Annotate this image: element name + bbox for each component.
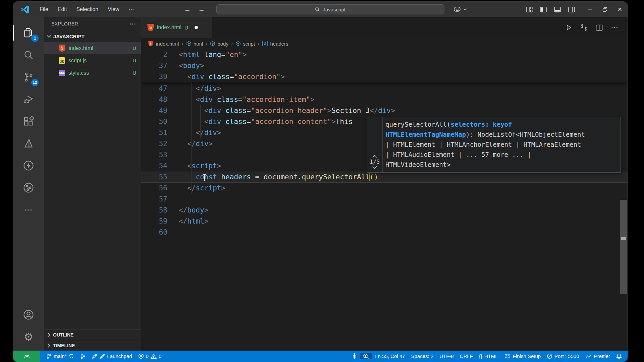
settings-gear-icon[interactable]: ⚙ <box>18 326 39 348</box>
indentation-item[interactable]: Spaces: 2 <box>408 353 436 359</box>
copilot-status-item[interactable]: Finish Setup <box>501 353 544 359</box>
command-center-search[interactable]: Javascript <box>216 4 444 14</box>
live-server-port-item[interactable]: Port : 5500 <box>544 353 582 359</box>
ellipsis-icon: ⋯ <box>24 205 33 215</box>
code-line-57[interactable]: 57 <box>141 194 628 205</box>
js-file-icon: JS <box>59 57 65 64</box>
code-line-37[interactable]: 37<body> <box>141 60 628 71</box>
account-icon[interactable] <box>18 304 39 326</box>
code-line-47[interactable]: 47 </div> <box>141 83 628 94</box>
hint-next-icon[interactable] <box>372 166 377 169</box>
code-line-2[interactable]: 2<html lang="en"> <box>141 49 628 60</box>
breadcrumb-file[interactable]: 5 index.html <box>147 40 179 47</box>
close-button[interactable]: ✕ <box>618 6 622 13</box>
workspace-folder[interactable]: JAVASCRIPT <box>44 31 141 42</box>
parameter-hints-popup: 1/5 querySelectorAll(selectors: keyofHTM… <box>367 117 621 173</box>
explorer-sidebar: EXPLORER ⋯ JAVASCRIPT 5 index.html U JS … <box>44 17 141 351</box>
minimize-button[interactable]: ─ <box>588 6 592 13</box>
file-name: index.html <box>69 45 93 51</box>
nav-back-icon[interactable]: ← <box>184 6 191 13</box>
hint-prev-icon[interactable] <box>372 155 377 158</box>
extensions-icon[interactable] <box>18 110 39 132</box>
menu-selection[interactable]: Selection <box>72 5 102 14</box>
source-control-icon[interactable]: 12 <box>18 66 39 88</box>
customize-layout-icon[interactable] <box>526 7 533 12</box>
sync-icon <box>68 353 74 359</box>
toggle-primary-sidebar-icon[interactable] <box>540 7 547 12</box>
breadcrumb-body[interactable]: body <box>210 41 228 47</box>
unsaved-dot-icon[interactable] <box>195 26 198 29</box>
file-name: script.js <box>68 58 87 64</box>
remote-indicator[interactable]: >< <box>13 351 40 362</box>
zoom-status-item[interactable] <box>360 353 372 359</box>
split-editor-icon[interactable] <box>596 24 603 31</box>
code-line-60[interactable]: 60 <box>141 227 628 238</box>
restore-button[interactable] <box>602 7 607 12</box>
file-script-js[interactable]: JS script.js U <box>44 54 141 67</box>
more-views-icon[interactable]: ⋯ <box>18 199 39 221</box>
copilot-icon <box>453 6 461 12</box>
circle-branch-icon[interactable] <box>18 177 39 199</box>
live-preview-item[interactable] <box>349 353 360 359</box>
code-line-49[interactable]: 49 <div class="accordion-header">Section… <box>141 105 628 116</box>
line-number: 37 <box>141 60 167 71</box>
run-debug-icon[interactable] <box>18 88 39 110</box>
line-number: 51 <box>141 127 167 138</box>
run-file-icon[interactable] <box>566 24 572 31</box>
language-mode-item[interactable]: {} HTML <box>476 353 501 359</box>
code-line-56[interactable]: 56 </script> <box>141 183 628 194</box>
git-status-badge: U <box>132 45 136 51</box>
open-changes-icon[interactable] <box>580 24 588 31</box>
explorer-actions-icon[interactable]: ⋯ <box>129 20 137 28</box>
git-graph-item[interactable] <box>77 353 89 359</box>
file-style-css[interactable]: CSS style.css U <box>44 67 141 79</box>
file-index-html[interactable]: 5 index.html U <box>44 42 141 54</box>
breadcrumb-headers[interactable]: headers <box>262 41 288 47</box>
breadcrumb-script[interactable]: script <box>235 41 255 47</box>
search-icon <box>315 7 320 12</box>
line-number: 60 <box>141 227 167 238</box>
code-line-59[interactable]: 59</html> <box>141 216 628 227</box>
hint-signature-line: querySelectorAll(selectors: keyof <box>385 119 617 129</box>
code-line-48[interactable]: 48 <div class="accordion-item"> <box>141 94 628 105</box>
css-file-icon: CSS <box>59 70 65 76</box>
menu-more[interactable]: ⋯ <box>125 5 138 14</box>
editor-more-actions-icon[interactable]: ⋯ <box>611 23 618 32</box>
toggle-secondary-sidebar-icon[interactable] <box>568 7 575 12</box>
code-line-55[interactable]: 55 const headers = document.querySelecto… <box>141 172 628 183</box>
nav-forward-icon[interactable]: → <box>198 6 205 13</box>
git-status-badge: U <box>132 58 136 63</box>
code-editor[interactable]: 2<html lang="en">37<body>39 <div class="… <box>141 49 628 351</box>
prism-extension-icon[interactable] <box>18 132 39 155</box>
eol-item[interactable]: CRLF <box>457 353 476 359</box>
encoding-item[interactable]: UTF-8 <box>436 353 457 359</box>
prettier-item[interactable]: ✓✓ Prettier <box>582 353 613 359</box>
editor-scrollbar[interactable] <box>620 200 627 294</box>
code-line-58[interactable]: 58</body> <box>141 205 628 216</box>
line-number: 48 <box>141 94 167 105</box>
menu-view[interactable]: View <box>104 5 123 14</box>
search-view-icon[interactable] <box>18 44 39 66</box>
toggle-panel-icon[interactable] <box>554 7 561 12</box>
title-bar: File Edit Selection View ⋯ ← → Javascrip… <box>13 2 628 17</box>
explorer-icon[interactable]: 1 <box>18 22 39 44</box>
git-branch-item[interactable]: main* <box>43 353 77 359</box>
code-line-39[interactable]: 39 <div class="accordion"> <box>141 71 628 82</box>
menu-file[interactable]: File <box>36 5 52 14</box>
breadcrumb-html[interactable]: html <box>186 41 203 47</box>
menu-edit[interactable]: Edit <box>54 5 71 14</box>
tab-index-html[interactable]: 5 index.html U <box>141 17 212 38</box>
problems-item[interactable]: 0 0 <box>135 353 165 359</box>
workspace-folder-label: JAVASCRIPT <box>53 34 85 39</box>
notifications-item[interactable] <box>613 353 625 359</box>
outline-panel-header[interactable]: OUTLINE <box>44 329 141 340</box>
indentation-label: Spaces: 2 <box>411 353 433 359</box>
indent-guide <box>200 105 201 138</box>
launchpad-item[interactable]: Launchpad <box>89 353 135 359</box>
indent-guide <box>192 83 192 194</box>
thunder-client-icon[interactable] <box>18 155 39 177</box>
cursor-position-item[interactable]: Ln 55, Col 47 <box>372 353 408 359</box>
chevron-right-icon <box>47 333 50 337</box>
timeline-panel-header[interactable]: TIMELINE <box>44 340 141 351</box>
copilot-menu[interactable] <box>453 6 467 12</box>
